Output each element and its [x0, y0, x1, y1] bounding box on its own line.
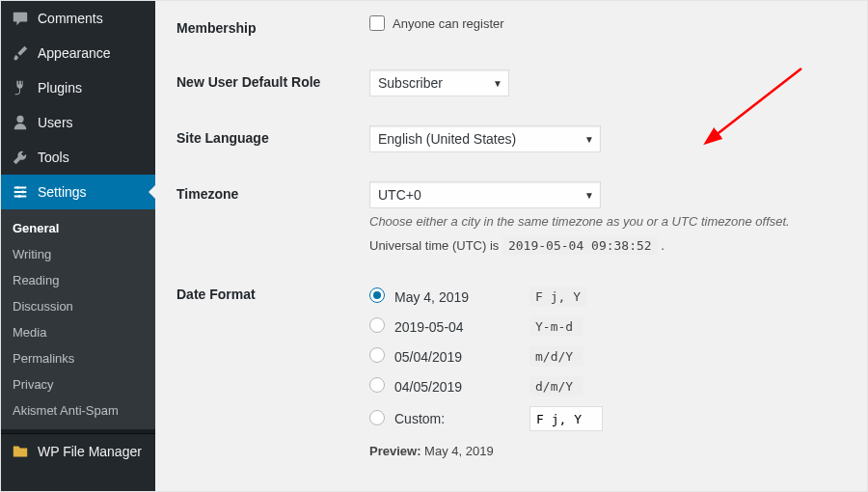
date-format-options: May 4, 2019 F j, Y 2019-05-04 Y-m-d 05/0… [369, 282, 603, 436]
submenu-privacy[interactable]: Privacy [1, 371, 155, 397]
custom-date-format-input[interactable] [529, 406, 603, 431]
membership-label: Membership [176, 1, 369, 55]
chevron-down-icon: ▼ [493, 78, 502, 89]
timezone-help: Choose either a city in the same timezon… [369, 214, 857, 229]
role-label: New User Default Role [176, 55, 369, 111]
utc-value: 2019-05-04 09:38:52 [502, 236, 658, 255]
date-example: 05/04/2019 [394, 342, 529, 371]
sidebar-label: WP File Manager [38, 444, 142, 459]
chevron-down-icon: ▼ [584, 134, 594, 145]
date-example: May 4, 2019 [394, 282, 529, 312]
date-format-preview: Preview: May 4, 2019 [369, 444, 857, 458]
anyone-can-register-checkbox[interactable]: Anyone can register [369, 15, 857, 31]
folder-icon [11, 442, 30, 461]
settings-general-form: Membership Anyone can register New User … [155, 1, 867, 491]
select-value: UTC+0 [378, 187, 421, 203]
default-role-select[interactable]: Subscriber ▼ [369, 69, 509, 96]
date-example: 2019-05-04 [394, 312, 529, 342]
language-label: Site Language [176, 111, 369, 167]
radio-icon[interactable] [369, 317, 385, 333]
date-option-2[interactable]: 05/04/2019 m/d/Y [369, 342, 603, 371]
sidebar-item-wp-file-manager[interactable]: WP File Manager [1, 434, 155, 469]
sidebar-item-plugins[interactable]: Plugins [1, 70, 155, 105]
date-option-0[interactable]: May 4, 2019 F j, Y [369, 282, 603, 312]
sidebar-item-tools[interactable]: Tools [1, 140, 155, 175]
row-date-format: Date Format May 4, 2019 F j, Y 2019-05-0… [176, 267, 867, 473]
select-value: Subscriber [378, 75, 443, 91]
radio-icon[interactable] [369, 347, 385, 363]
sidebar-label: Appearance [38, 45, 111, 61]
user-icon [11, 113, 30, 132]
anyone-can-register-input[interactable] [369, 15, 385, 31]
sidebar-label: Users [38, 115, 73, 130]
select-value: English (United States) [378, 131, 516, 147]
submenu-permalinks[interactable]: Permalinks [1, 345, 155, 371]
sidebar-label: Settings [38, 184, 87, 200]
row-site-language: Site Language English (United States) ▼ [176, 111, 867, 167]
custom-label: Custom: [394, 401, 529, 436]
sliders-icon [11, 182, 30, 202]
submenu-discussion[interactable]: Discussion [1, 293, 155, 319]
sidebar-item-appearance[interactable]: Appearance [1, 36, 155, 70]
date-code: d/m/Y [529, 376, 583, 396]
submenu-akismet[interactable]: Akismet Anti-Spam [1, 397, 155, 424]
submenu-media[interactable]: Media [1, 319, 155, 345]
svg-point-2 [18, 195, 21, 198]
wrench-icon [11, 148, 30, 167]
date-code: F j, Y [529, 287, 586, 307]
date-example: 04/05/2019 [394, 371, 529, 401]
timezone-label: Timezone [176, 167, 369, 267]
sidebar-item-users[interactable]: Users [1, 105, 155, 140]
settings-submenu: General Writing Reading Discussion Media… [1, 209, 155, 429]
sidebar-label: Comments [38, 11, 103, 26]
utc-prefix: Universal time (UTC) is [369, 238, 499, 253]
sidebar-label: Tools [38, 150, 69, 165]
row-default-role: New User Default Role Subscriber ▼ [176, 55, 867, 111]
brush-icon [11, 43, 30, 63]
date-option-3[interactable]: 04/05/2019 d/m/Y [369, 371, 603, 401]
preview-value: May 4, 2019 [424, 444, 494, 458]
chevron-down-icon: ▼ [584, 190, 594, 201]
date-code: Y-m-d [529, 316, 583, 337]
sidebar-label: Plugins [38, 80, 82, 96]
date-format-label: Date Format [176, 267, 369, 473]
sidebar-item-comments[interactable]: Comments [1, 1, 155, 36]
date-option-1[interactable]: 2019-05-04 Y-m-d [369, 312, 603, 342]
plug-icon [11, 78, 30, 97]
preview-label: Preview: [369, 444, 420, 458]
radio-icon[interactable] [369, 287, 385, 303]
admin-sidebar: Comments Appearance Plugins Users Tools … [1, 1, 155, 491]
row-membership: Membership Anyone can register [176, 1, 867, 55]
comment-icon [11, 9, 30, 28]
radio-icon[interactable] [369, 410, 385, 425]
utc-line: Universal time (UTC) is 2019-05-04 09:38… [369, 238, 857, 253]
date-code: m/d/Y [529, 346, 583, 367]
checkbox-label: Anyone can register [393, 16, 504, 31]
submenu-writing[interactable]: Writing [1, 241, 155, 267]
timezone-select[interactable]: UTC+0 ▼ [369, 181, 601, 208]
radio-icon[interactable] [369, 377, 385, 393]
svg-point-0 [16, 186, 19, 189]
row-timezone: Timezone UTC+0 ▼ Choose either a city in… [176, 167, 867, 267]
submenu-reading[interactable]: Reading [1, 267, 155, 293]
sidebar-item-settings[interactable]: Settings [1, 175, 155, 209]
date-option-custom[interactable]: Custom: [369, 401, 603, 436]
site-language-select[interactable]: English (United States) ▼ [369, 125, 601, 152]
submenu-general[interactable]: General [1, 215, 155, 241]
svg-point-1 [21, 191, 24, 194]
